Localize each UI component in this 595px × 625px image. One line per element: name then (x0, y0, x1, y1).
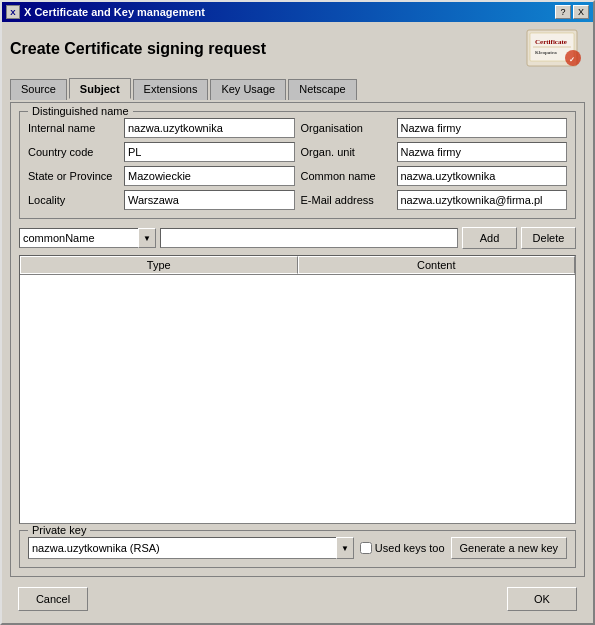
dn-form-grid: Internal name Organisation Country code … (28, 118, 567, 210)
distinguished-name-fieldset: Distinguished name Internal name Organis… (19, 111, 576, 219)
input-organ-unit[interactable] (397, 142, 568, 162)
private-key-legend: Private key (28, 524, 90, 536)
combo-dropdown-arrow[interactable]: ▼ (138, 228, 156, 248)
distinguished-name-legend: Distinguished name (28, 105, 133, 117)
label-organ-unit: Organ. unit (301, 146, 391, 158)
tab-extensions[interactable]: Extensions (133, 79, 209, 100)
input-country-code[interactable] (124, 142, 295, 162)
input-state-province[interactable] (124, 166, 295, 186)
label-email: E-Mail address (301, 194, 391, 206)
window-icon: X (6, 5, 20, 19)
col-content: Content (298, 256, 576, 274)
pk-select-wrapper: ▼ (28, 537, 354, 559)
private-key-fieldset: Private key ▼ Used keys too Generate a n… (19, 530, 576, 568)
tab-key-usage[interactable]: Key Usage (210, 79, 286, 100)
label-common-name: Common name (301, 170, 391, 182)
svg-text:✓: ✓ (569, 56, 575, 63)
label-organisation: Organisation (301, 122, 391, 134)
tab-panel: Distinguished name Internal name Organis… (10, 102, 585, 577)
add-button[interactable]: Add (462, 227, 517, 249)
tab-subject[interactable]: Subject (69, 78, 131, 99)
add-delete-row: ▼ Add Delete (19, 227, 576, 249)
table-body (20, 275, 575, 523)
tabs: Source Subject Extensions Key Usage Nets… (10, 78, 585, 99)
tab-netscape[interactable]: Netscape (288, 79, 356, 100)
pk-dropdown-arrow[interactable]: ▼ (336, 537, 354, 559)
cert-logo: Certificate Kleopatra ✓ (525, 28, 585, 70)
label-state-province: State or Province (28, 170, 118, 182)
dn-table: Type Content (19, 255, 576, 524)
delete-button[interactable]: Delete (521, 227, 576, 249)
window-title: X Certificate and Key management (24, 6, 205, 18)
help-button[interactable]: ? (555, 5, 571, 19)
col-type: Type (20, 256, 298, 274)
svg-text:Kleopatra: Kleopatra (535, 50, 557, 55)
page-title-row: Create Certificate signing request Certi… (10, 28, 585, 70)
pk-row: ▼ Used keys too Generate a new key (28, 537, 567, 559)
title-bar: X X Certificate and Key management ? X (2, 2, 593, 22)
close-button[interactable]: X (573, 5, 589, 19)
label-country-code: Country code (28, 146, 118, 158)
input-common-name[interactable] (397, 166, 568, 186)
input-organisation[interactable] (397, 118, 568, 138)
title-bar-buttons: ? X (555, 5, 589, 19)
add-value-input[interactable] (160, 228, 458, 248)
window-content: Create Certificate signing request Certi… (2, 22, 593, 623)
table-header: Type Content (20, 256, 575, 275)
input-locality[interactable] (124, 190, 295, 210)
ok-button[interactable]: OK (507, 587, 577, 611)
cancel-button[interactable]: Cancel (18, 587, 88, 611)
input-internal-name[interactable] (124, 118, 295, 138)
input-email[interactable] (397, 190, 568, 210)
main-window: X X Certificate and Key management ? X C… (0, 0, 595, 625)
label-internal-name: Internal name (28, 122, 118, 134)
combo-input[interactable] (19, 228, 139, 248)
page-title: Create Certificate signing request (10, 40, 266, 58)
label-locality: Locality (28, 194, 118, 206)
combo-wrapper: ▼ (19, 228, 156, 248)
bottom-bar: Cancel OK (10, 581, 585, 617)
used-keys-text: Used keys too (375, 542, 445, 554)
used-keys-label: Used keys too (360, 542, 445, 554)
title-bar-left: X X Certificate and Key management (6, 5, 205, 19)
pk-select-input[interactable] (28, 537, 337, 559)
tab-source[interactable]: Source (10, 79, 67, 100)
svg-text:Certificate: Certificate (535, 38, 567, 46)
used-keys-checkbox[interactable] (360, 542, 372, 554)
generate-key-button[interactable]: Generate a new key (451, 537, 567, 559)
